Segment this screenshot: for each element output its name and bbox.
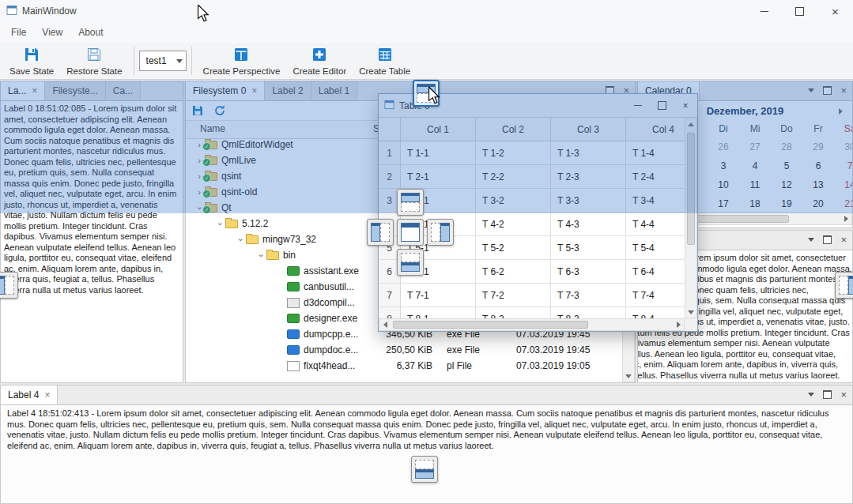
menu-bar: FileViewAbout	[0, 22, 853, 43]
drop-indicator-split-bottom-icon[interactable]	[397, 249, 424, 276]
exe-blue-icon	[287, 329, 300, 339]
create-table-label: Create Table	[359, 66, 410, 76]
expander-icon[interactable]: ›	[216, 218, 225, 229]
restore-state-button[interactable]: Restore State	[60, 43, 128, 79]
drop-indicator-center-icon[interactable]	[397, 219, 424, 246]
table-cell[interactable]: T 5-4	[626, 236, 685, 260]
arrow-right-icon	[677, 322, 681, 328]
tree-item-name: assistant.exe	[304, 265, 359, 276]
file-type: exe File	[447, 344, 480, 355]
expander-icon[interactable]: ›	[257, 250, 266, 261]
tree-item-fixqt4head-[interactable]: fixqt4head...6,37 KiBpl File07.03.2019 1…	[186, 358, 622, 374]
scroll-left-button[interactable]	[379, 319, 391, 330]
tree-item-name: dumpdoc.e...	[304, 344, 358, 355]
close-dock-icon[interactable]: ×	[840, 235, 847, 245]
table-row: 8T 8-1T 8-2T 8-3T 8-4	[379, 307, 685, 318]
table-cell[interactable]: T 8-1	[401, 307, 476, 318]
table-cell[interactable]: T 6-2	[476, 260, 551, 284]
perspective-combo[interactable]: test1	[139, 51, 187, 71]
scroll-down-button[interactable]	[685, 307, 696, 318]
menu-about[interactable]: About	[70, 24, 111, 41]
tree-item-name: d3dcompil...	[304, 297, 355, 308]
tab-close-icon[interactable]: ×	[44, 390, 50, 400]
table-cell[interactable]: T 6-4	[626, 260, 685, 284]
table-row-header[interactable]: 8	[379, 307, 401, 318]
float-dock-icon[interactable]	[823, 235, 832, 244]
table-cell[interactable]: T 7-4	[626, 284, 685, 307]
scrollbar-corner	[685, 318, 697, 331]
scroll-thumb[interactable]	[393, 321, 588, 329]
close-dock-icon[interactable]: ×	[840, 389, 847, 400]
create-editor-button[interactable]: Create Editor	[286, 43, 353, 79]
drop-indicator-split-right-icon[interactable]	[427, 219, 454, 246]
file-type: pl File	[447, 360, 472, 371]
exe-green-icon	[287, 266, 300, 276]
file-size: 250,50 KiB	[361, 344, 432, 355]
table-cell[interactable]: T 4-3	[551, 213, 626, 236]
exe-green-icon	[287, 314, 300, 323]
drag-cursor	[428, 87, 440, 104]
expander-icon[interactable]: ›	[236, 234, 245, 245]
label4-dock-buttons: ×	[804, 386, 851, 404]
drop-indicator-bottom-edge-icon[interactable]	[411, 456, 438, 483]
label4-dock: Label 4× × Label 4 18:51:02:413 - Lorem …	[0, 385, 853, 504]
window-title: MainWindow	[22, 6, 77, 17]
maximize-button[interactable]	[782, 0, 817, 22]
minimize-button[interactable]	[746, 0, 782, 22]
tree-item-name: bin	[283, 250, 296, 261]
table-cell[interactable]: T 8-4	[626, 307, 685, 318]
create-table-button[interactable]: Create Table	[353, 43, 417, 79]
toolbar-separator	[191, 47, 192, 75]
horizontal-scrollbar[interactable]	[379, 318, 685, 331]
save-state-icon	[23, 46, 40, 66]
table-cell[interactable]: T 7-1	[401, 284, 476, 307]
table-cell[interactable]: T 7-2	[476, 284, 551, 307]
tree-item-name: fixqt4head...	[304, 360, 355, 371]
table-cell[interactable]: T 7-3	[551, 284, 626, 307]
table-cell[interactable]: T 4-2	[476, 213, 551, 236]
file-gray-icon	[287, 298, 300, 308]
scroll-right-button[interactable]	[840, 213, 851, 224]
float-dock-icon[interactable]	[823, 390, 832, 399]
scroll-down-button[interactable]	[623, 370, 634, 382]
table-cell[interactable]: T 5-2	[476, 236, 551, 260]
drop-indicator-right-edge-icon[interactable]	[835, 272, 853, 299]
app-window-icon	[6, 5, 17, 18]
close-button[interactable]: ×	[817, 0, 853, 22]
file-plain-icon	[287, 361, 300, 371]
menu-file[interactable]: File	[3, 24, 34, 41]
drop-indicator-split-left-icon[interactable]	[367, 219, 394, 246]
table-cell[interactable]: T 5-3	[551, 236, 626, 260]
table-cell[interactable]: T 4-4	[626, 213, 685, 236]
dock-menu-icon[interactable]	[808, 393, 814, 397]
menu-view[interactable]: View	[34, 24, 70, 41]
scroll-right-button[interactable]	[673, 319, 684, 330]
maximize-icon	[795, 7, 804, 16]
title-bar: MainWindow ×	[0, 0, 853, 22]
folder-icon	[266, 251, 279, 260]
table-row-header[interactable]: 7	[379, 284, 401, 307]
table-cell[interactable]: T 8-2	[476, 307, 551, 318]
table-row: 5T 5-1T 5-2T 5-3T 5-4	[379, 236, 685, 260]
label4-dock-tab-0[interactable]: Label 4×	[1, 386, 58, 404]
dock-menu-icon[interactable]	[808, 238, 814, 242]
create-perspective-button[interactable]: Create Perspective	[197, 43, 287, 79]
save-state-label: Save State	[9, 66, 54, 76]
restore-state-label: Restore State	[66, 66, 122, 76]
drop-indicator-split-top-icon[interactable]	[397, 189, 424, 216]
perspective-combo-value: test1	[146, 55, 170, 66]
chevron-down-icon	[176, 59, 183, 63]
arrow-left-icon	[383, 322, 387, 328]
tree-item-dumpdoc-e-[interactable]: dumpdoc.e...250,50 KiBexe File07.03.2019…	[186, 342, 622, 358]
save-state-button[interactable]: Save State	[3, 43, 60, 79]
drop-indicator-left-edge-icon[interactable]	[0, 272, 18, 299]
tree-item-name: dumpcpp.e...	[304, 329, 358, 340]
label4-text: Label 4 18:51:02:413 - Lorem ipsum dolor…	[1, 405, 852, 454]
table-cell[interactable]: T 8-3	[551, 307, 626, 318]
toolbar: Save State Restore State test1 Create Pe…	[0, 43, 853, 80]
main-window: MainWindow × FileViewAbout Save State Re…	[0, 0, 853, 504]
table-cell[interactable]: T 6-3	[551, 260, 626, 284]
table-row: 7T 7-1T 7-2T 7-3T 7-4	[379, 284, 685, 307]
arrow-right-icon	[844, 216, 848, 222]
arrow-down-icon	[688, 310, 694, 314]
